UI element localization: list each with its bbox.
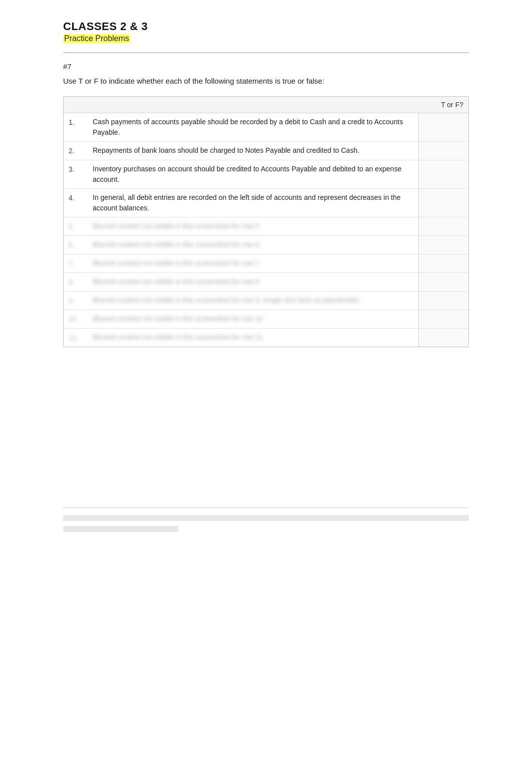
table-row: 10.Blurred content not visible in this s…	[64, 310, 468, 328]
row-answer[interactable]	[418, 254, 468, 273]
row-answer[interactable]	[418, 217, 468, 235]
table-row: 7.Blurred content not visible in this sc…	[64, 254, 468, 273]
th-statement	[88, 97, 418, 113]
header-divider	[63, 52, 469, 53]
footer-bar	[63, 507, 469, 532]
row-number: 6.	[64, 235, 88, 254]
row-answer[interactable]	[418, 113, 468, 141]
problem-number: #7	[63, 62, 469, 71]
table-row: 11.Blurred content not visible in this s…	[64, 328, 468, 347]
row-number: 11.	[64, 328, 88, 347]
row-answer[interactable]	[418, 273, 468, 291]
row-answer[interactable]	[418, 235, 468, 254]
table-row: 1.Cash payments of accounts payable shou…	[64, 113, 468, 141]
row-answer[interactable]	[418, 160, 468, 188]
table-row: 3.Inventory purchases on account should …	[64, 160, 468, 188]
table-row: 2.Repayments of bank loans should be cha…	[64, 141, 468, 160]
row-answer[interactable]	[418, 291, 468, 310]
row-statement: Repayments of bank loans should be charg…	[88, 141, 418, 160]
th-num	[64, 97, 88, 113]
row-statement: Blurred content not visible in this scre…	[88, 273, 418, 291]
subtitle-highlight: Practice Problems	[63, 34, 130, 43]
table-row: 8.Blurred content not visible in this sc…	[64, 273, 468, 291]
problems-table: T or F? 1.Cash payments of accounts paya…	[64, 97, 468, 347]
problem-instruction: Use T or F to indicate whether each of t…	[63, 76, 344, 87]
row-answer[interactable]	[418, 141, 468, 160]
page-container: CLASSES 2 & 3 Practice Problems #7 Use T…	[53, 0, 479, 567]
table-row: 6.Blurred content not visible in this sc…	[64, 235, 468, 254]
row-number: 7.	[64, 254, 88, 273]
row-answer[interactable]	[418, 310, 468, 328]
table-row: 5.Blurred content not visible in this sc…	[64, 217, 468, 235]
row-statement: Blurred content not visible in this scre…	[88, 291, 418, 310]
row-statement: Inventory purchases on account should be…	[88, 160, 418, 188]
row-statement: Blurred content not visible in this scre…	[88, 328, 418, 347]
table-row: 9.Blurred content not visible in this sc…	[64, 291, 468, 310]
table-row: 4.In general, all debit entries are reco…	[64, 188, 468, 217]
row-statement: Blurred content not visible in this scre…	[88, 310, 418, 328]
header-section: CLASSES 2 & 3 Practice Problems	[63, 20, 469, 43]
row-statement: Blurred content not visible in this scre…	[88, 254, 418, 273]
footer-line-2	[63, 526, 178, 532]
row-number: 2.	[64, 141, 88, 160]
th-answer: T or F?	[418, 97, 468, 113]
row-answer[interactable]	[418, 188, 468, 217]
table-header: T or F?	[64, 97, 468, 113]
table-body: 1.Cash payments of accounts payable shou…	[64, 113, 468, 347]
row-statement: Blurred content not visible in this scre…	[88, 217, 418, 235]
row-number: 10.	[64, 310, 88, 328]
row-number: 9.	[64, 291, 88, 310]
row-number: 5.	[64, 217, 88, 235]
row-number: 1.	[64, 113, 88, 141]
row-answer[interactable]	[418, 328, 468, 347]
row-number: 8.	[64, 273, 88, 291]
problems-table-wrapper: T or F? 1.Cash payments of accounts paya…	[63, 96, 469, 347]
footer-line-1	[63, 515, 469, 521]
page-title: CLASSES 2 & 3	[63, 20, 469, 33]
row-number: 4.	[64, 188, 88, 217]
row-statement: Cash payments of accounts payable should…	[88, 113, 418, 141]
row-statement: Blurred content not visible in this scre…	[88, 235, 418, 254]
row-number: 3.	[64, 160, 88, 188]
row-statement: In general, all debit entries are record…	[88, 188, 418, 217]
